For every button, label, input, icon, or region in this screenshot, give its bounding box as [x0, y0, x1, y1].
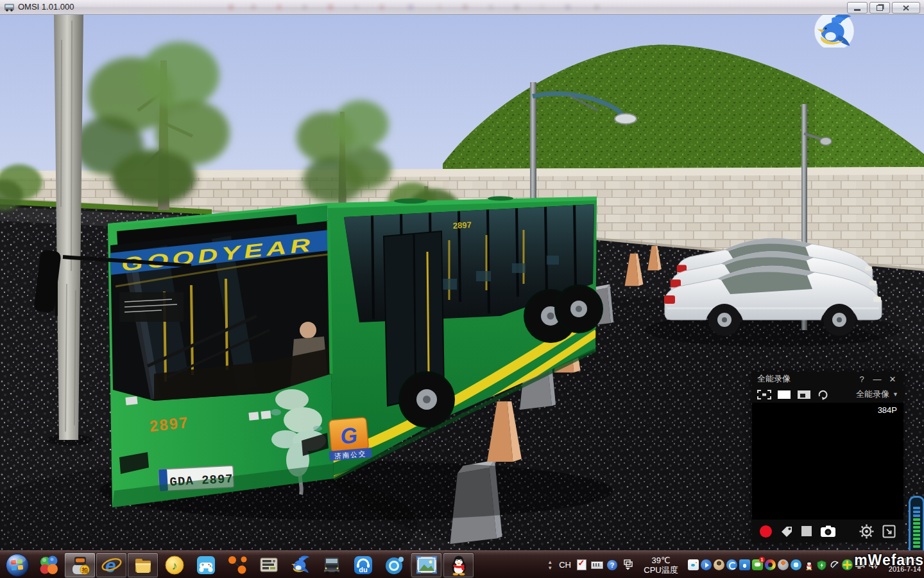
folder-icon [133, 555, 153, 575]
cpu-temp-value: 39℃ [637, 556, 685, 565]
show-hidden-icons-button[interactable] [621, 558, 634, 572]
taskbar-item-xunlei[interactable] [284, 552, 316, 578]
tray-icon-qq[interactable] [803, 559, 814, 570]
taskbar-item-paidashi-recorder[interactable]: 拍 [64, 552, 96, 578]
recorder-controls [752, 520, 903, 543]
taskbar-item-molecule-app[interactable] [221, 552, 253, 578]
baidu-du-label: du [359, 566, 367, 574]
record-button[interactable] [760, 525, 772, 538]
taskbar-item-game-center[interactable] [190, 552, 221, 578]
meter-segment [913, 541, 920, 544]
meter-segment [913, 545, 920, 548]
taskbar-item-qq[interactable] [443, 552, 474, 578]
chevron-down-icon: ▼ [893, 391, 898, 398]
tray-icon-security-shield[interactable] [816, 559, 827, 570]
camera-icon[interactable] [820, 525, 836, 538]
tag-icon[interactable] [780, 525, 793, 538]
meter-segment [913, 518, 920, 521]
taskbar-item-pps[interactable] [379, 552, 410, 578]
recorder-mode-dropdown[interactable]: 全能录像 ▼ [856, 389, 898, 400]
music-note-icon: ♪ [164, 555, 185, 575]
gamepad-icon [196, 555, 216, 575]
taskbar-tray: ▲ ▼ CH ✓ ? 39℃ CPU温度 [545, 551, 924, 578]
meter-segment [913, 530, 920, 532]
photo-viewer-icon [416, 556, 437, 575]
taskbar-item-internet-explorer[interactable]: e [96, 552, 127, 578]
window-controls [847, 2, 920, 13]
taskbar-pinned-apps: 拍 e [0, 551, 474, 578]
tray-icon-browser[interactable] [726, 559, 737, 570]
close-icon [903, 5, 909, 11]
bus-side-number: 2897 [452, 220, 472, 231]
recorder-resolution: 384P [878, 405, 897, 415]
tray-icon-pps[interactable] [791, 559, 801, 570]
tray-icon-fish[interactable] [688, 559, 699, 570]
recorder-mode-label: 全能录像 [856, 389, 889, 400]
shrink-window-icon[interactable] [882, 525, 896, 538]
restore-icon [877, 5, 883, 11]
window-titlebar[interactable]: OMSI 1.01.000 [0, 0, 924, 15]
fullscreen-capture-icon[interactable] [757, 390, 771, 399]
tray-icon-satellite[interactable] [829, 559, 840, 570]
recorder-help-button[interactable]: ? [856, 374, 868, 384]
molecule-icon [227, 555, 248, 575]
recorder-titlebar[interactable]: 全能录像 ? — ✕ [752, 372, 903, 386]
expand-tray-icon [623, 559, 633, 570]
pps-ring-icon [384, 555, 405, 575]
tray-icon-recorder[interactable] [778, 559, 789, 570]
language-indicator[interactable]: CH [558, 560, 572, 570]
recorder-minimize-button[interactable]: — [871, 374, 883, 384]
region-capture-icon[interactable] [797, 390, 811, 399]
operator-logo-letter: G [339, 423, 359, 448]
tray-icon-messenger[interactable]: 1 [752, 559, 763, 570]
taskbar-item-macro-tool[interactable] [253, 552, 284, 578]
tray-icon-color-ring[interactable] [765, 559, 776, 570]
taskbar: 拍 e [0, 550, 924, 578]
omsi-window-icon [4, 3, 14, 14]
recorder-toolbar: 全能录像 ▼ [752, 386, 903, 403]
taskbar-item-pinwheel-suite[interactable] [33, 552, 64, 578]
recorder-level-meter[interactable] [909, 496, 924, 559]
operator-logo: G 济南公交 [326, 417, 372, 461]
macro-panel-icon [259, 555, 279, 575]
minimize-button[interactable] [847, 2, 868, 13]
scroll-up-icon[interactable]: ▲ [547, 559, 552, 565]
meter-segment [913, 522, 920, 525]
refresh-icon[interactable] [817, 389, 829, 400]
gear-icon[interactable] [859, 524, 874, 539]
restore-button[interactable] [869, 2, 890, 13]
taskbar-overflow-scroller[interactable]: ▲ ▼ [545, 559, 555, 571]
tray-icons: 1 [688, 559, 878, 570]
scroll-down-icon[interactable]: ▼ [547, 565, 552, 571]
tray-icon-player[interactable] [701, 559, 712, 570]
taskbar-item-music-player[interactable]: ♪ [158, 552, 190, 578]
tray-icon-accelerator[interactable] [842, 559, 853, 570]
qq-penguin-icon [449, 555, 469, 575]
journal-tray-icon[interactable]: ✓ [575, 558, 588, 572]
recorder-panel: 全能录像 ? — ✕ 全能录像 ▼ [752, 372, 903, 543]
window-capture-icon[interactable] [777, 390, 791, 399]
start-button[interactable] [1, 552, 33, 578]
tray-icon-assistant[interactable] [714, 559, 724, 570]
stop-button[interactable] [801, 526, 812, 536]
meter-segment [913, 511, 920, 513]
cpu-temperature-widget[interactable]: 39℃ CPU温度 [637, 556, 685, 575]
taskbar-item-photo-viewer[interactable] [411, 552, 442, 578]
music-note-glyph: ♪ [171, 559, 177, 572]
screen-watermark: mWefans [854, 552, 924, 569]
recorder-close-button[interactable]: ✕ [887, 374, 898, 384]
tray-icon-qq-manager[interactable] [739, 559, 750, 570]
truck-icon [321, 555, 342, 575]
close-button[interactable] [892, 2, 920, 13]
paidashi-badge: 拍 [81, 566, 87, 573]
soft-keyboard-icon[interactable] [590, 558, 603, 572]
ime-help-icon[interactable]: ? [606, 558, 619, 572]
minimize-icon [854, 9, 860, 11]
desktop: OMSI 1.01.000 [0, 0, 924, 578]
xunlei-desktop-logo[interactable] [810, 9, 859, 48]
taskbar-item-file-explorer[interactable] [127, 552, 158, 578]
xunlei-bird-icon [290, 555, 311, 575]
meter-segment [913, 526, 920, 529]
taskbar-item-baidu-music[interactable]: du [347, 552, 379, 578]
taskbar-item-truck-game[interactable] [316, 552, 347, 578]
